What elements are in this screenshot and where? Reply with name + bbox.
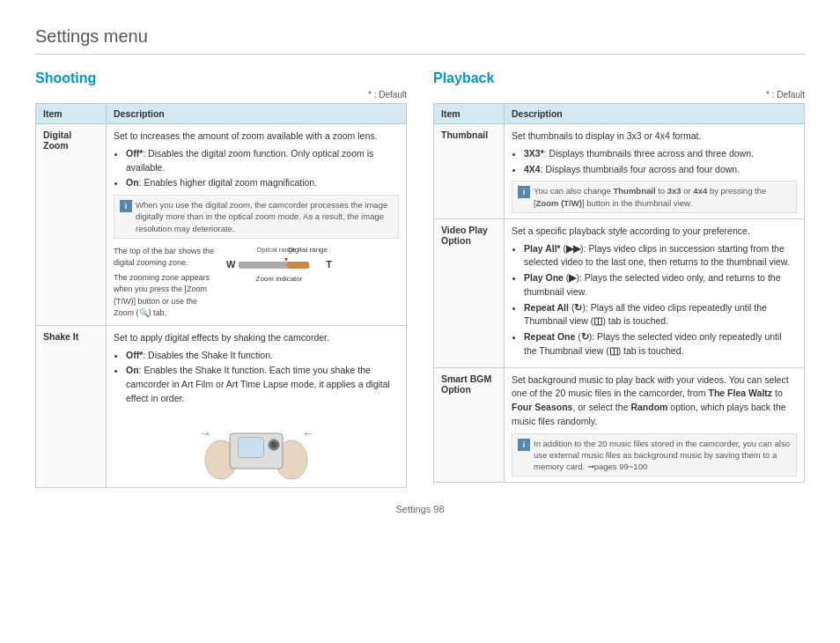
zoom-bar-wrapper: Optical range	[239, 255, 322, 274]
list-item: 3X3*: Displays thumbnails three across a…	[524, 147, 797, 161]
playback-header-item: Item	[434, 104, 505, 124]
svg-text:→: →	[199, 426, 211, 440]
shooting-header-item: Item	[36, 104, 107, 124]
zoom-text-line1: The top of the bar shows the digital zoo…	[114, 246, 219, 270]
list-item: On: Enables the Shake It function. Each …	[126, 364, 399, 405]
video-play-intro: Set a specific playback style according …	[512, 225, 797, 239]
list-item: On: Enables higher digital zoom magnific…	[126, 176, 399, 190]
note-text: In addition to the 20 music files stored…	[534, 438, 791, 473]
shake-illustration: → ←	[195, 411, 318, 482]
svg-text:←: ←	[302, 426, 314, 440]
digital-zoom-desc: Set to increases the amount of zoom avai…	[107, 124, 407, 326]
shake-it-intro: Set to apply digital effects by shaking …	[114, 331, 399, 345]
note-text: You can also change Thumbnail to 3x3 or …	[534, 185, 791, 209]
zoom-visual: Digital range W	[226, 246, 332, 285]
zoom-diagram-inner: The top of the bar shows the digital zoo…	[114, 246, 332, 320]
page-footer: Settings 98	[35, 504, 805, 514]
shake-it-desc: Set to apply digital effects by shaking …	[107, 325, 407, 487]
page-title: Settings menu	[35, 26, 805, 55]
shooting-default-note: * : Default	[35, 90, 407, 100]
shooting-table: Item Description Digital Zoom Set to inc…	[35, 103, 407, 488]
playback-table: Item Description Thumbnail Set thumbnail…	[433, 103, 805, 483]
svg-rect-8	[239, 438, 263, 457]
list-item: 4X4: Displays thumbnails four across and…	[524, 163, 797, 177]
zoom-bar-area: Digital range W	[226, 246, 332, 283]
svg-point-10	[270, 441, 277, 448]
zoom-indicator-label: Zoom indicator	[226, 275, 332, 283]
shooting-section: Shooting * : Default Item Description Di…	[35, 70, 407, 488]
optical-range-label: Optical range	[256, 246, 296, 254]
list-item: Repeat One (↻): Plays the selected video…	[524, 330, 797, 358]
list-item: Play One (▶): Plays the selected video o…	[524, 271, 797, 299]
playback-default-note: * : Default	[433, 90, 805, 100]
main-columns: Shooting * : Default Item Description Di…	[35, 70, 805, 488]
thumbnail-note: i You can also change Thumbnail to 3x3 o…	[512, 181, 797, 213]
digital-zoom-label: Digital Zoom	[36, 124, 107, 326]
list-item: Off*: Disables the digital zoom function…	[126, 147, 399, 175]
svg-rect-1	[239, 262, 287, 269]
table-row: Thumbnail Set thumbnails to display in 3…	[434, 124, 805, 219]
table-row: Digital Zoom Set to increases the amount…	[36, 124, 407, 326]
video-play-label: Video Play Option	[434, 218, 505, 367]
thumbnail-bullets: 3X3*: Displays thumbnails three across a…	[512, 147, 797, 177]
zoom-w-label: W	[226, 259, 235, 270]
list-item: Repeat All (↻): Plays all the video clip…	[524, 301, 797, 329]
svg-marker-3	[284, 258, 288, 262]
svg-rect-2	[287, 262, 309, 269]
playback-title: Playback	[433, 70, 805, 86]
note-icon: i	[518, 439, 530, 451]
shake-image-container: → ←	[114, 411, 399, 482]
thumbnail-label: Thumbnail	[434, 124, 505, 219]
zoom-text-line2: The zooming zone appears when you press …	[114, 272, 219, 320]
table-row: Smart BGM Option Set background music to…	[434, 367, 805, 483]
shooting-title: Shooting	[35, 70, 407, 86]
digital-zoom-intro: Set to increases the amount of zoom avai…	[114, 129, 399, 144]
smart-bgm-label: Smart BGM Option	[434, 367, 505, 483]
zoom-bar-svg	[239, 255, 309, 276]
shooting-header-description: Description	[107, 104, 407, 124]
shake-it-label: Shake It	[36, 325, 107, 487]
table-row: Video Play Option Set a specific playbac…	[434, 218, 805, 367]
note-icon: i	[518, 186, 530, 198]
smart-bgm-intro: Set background music to play back with y…	[512, 373, 797, 429]
shake-it-bullets: Off*: Disables the Shake It function. On…	[114, 349, 399, 406]
digital-zoom-note: i When you use the digital zoom, the cam…	[114, 195, 399, 239]
thumbnail-desc: Set thumbnails to display in 3x3 or 4x4 …	[505, 124, 805, 219]
table-row: Shake It Set to apply digital effects by…	[36, 325, 407, 487]
note-icon: i	[120, 200, 132, 212]
zoom-t-label: T	[326, 259, 332, 270]
digital-zoom-bullets: Off*: Disables the digital zoom function…	[114, 147, 399, 190]
smart-bgm-note: i In addition to the 20 music files stor…	[512, 433, 797, 477]
thumbnail-intro: Set thumbnails to display in 3x3 or 4x4 …	[512, 129, 797, 144]
playback-section: Playback * : Default Item Description Th…	[433, 70, 805, 488]
zoom-text: The top of the bar shows the digital zoo…	[114, 246, 219, 320]
playback-header-description: Description	[505, 104, 805, 124]
zoom-diagram: The top of the bar shows the digital zoo…	[114, 246, 399, 320]
video-play-desc: Set a specific playback style according …	[505, 218, 805, 367]
list-item: Play All* (▶▶): Plays video clips in suc…	[524, 242, 797, 270]
zoom-bar-row: W	[226, 255, 332, 274]
note-text: When you use the digital zoom, the camco…	[136, 199, 393, 234]
video-play-bullets: Play All* (▶▶): Plays video clips in suc…	[512, 242, 797, 358]
smart-bgm-desc: Set background music to play back with y…	[505, 367, 805, 483]
list-item: Off*: Disables the Shake It function.	[126, 349, 399, 363]
